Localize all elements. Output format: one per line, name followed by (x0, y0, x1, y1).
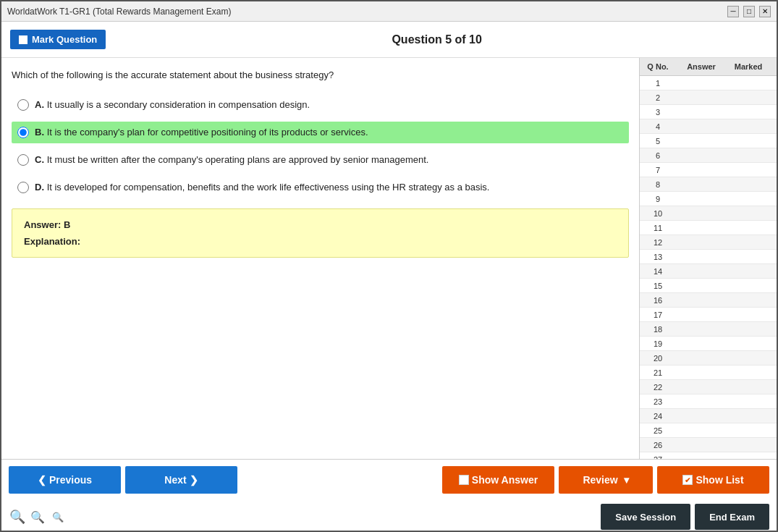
show-answer-button[interactable]: Show Answer (442, 466, 554, 494)
q-answer-cell (676, 343, 727, 345)
q-no-cell: 19 (640, 339, 676, 349)
previous-button[interactable]: Previous (9, 466, 121, 494)
q-no-cell: 10 (640, 208, 676, 219)
q-list-row[interactable]: 5 (640, 134, 777, 148)
q-list-row[interactable]: 24 (640, 409, 777, 423)
q-list-row[interactable]: 27 (640, 452, 777, 459)
q-list-row[interactable]: 2 (640, 90, 777, 105)
option-c-radio[interactable] (17, 154, 29, 166)
zoom-out-button[interactable]: 🔍 (49, 508, 67, 525)
mark-question-button[interactable]: Mark Question (10, 30, 106, 49)
q-list-row[interactable]: 3 (640, 105, 777, 119)
option-a[interactable]: A. It usually is a secondary considerati… (12, 94, 629, 116)
option-d[interactable]: D. It is developed for compensation, ben… (12, 177, 629, 198)
toolbar: Mark Question Question 5 of 10 (1, 22, 777, 58)
q-list-row[interactable]: 14 (640, 264, 777, 279)
q-answer-cell (676, 198, 727, 200)
q-marked-cell (727, 285, 770, 287)
q-no-cell: 3 (640, 107, 676, 117)
q-list-row[interactable]: 16 (640, 293, 777, 308)
q-list-row[interactable]: 7 (640, 163, 777, 177)
q-list-row[interactable]: 21 (640, 366, 777, 380)
title-bar-controls: ─ □ ✕ (727, 6, 771, 17)
q-list-row[interactable]: 11 (640, 221, 777, 235)
end-exam-label: End Exam (709, 512, 755, 523)
q-no-cell: 2 (640, 93, 676, 103)
q-marked-cell (727, 213, 770, 214)
end-exam-button[interactable]: End Exam (695, 504, 769, 530)
q-answer-cell (676, 213, 727, 214)
q-list-row[interactable]: 6 (640, 148, 777, 163)
q-no-cell: 17 (640, 310, 676, 320)
option-c[interactable]: C. It must be written after the company'… (12, 149, 629, 171)
q-list-row[interactable]: 1 (640, 76, 777, 90)
close-button[interactable]: ✕ (759, 6, 771, 17)
q-no-cell: 18 (640, 324, 676, 334)
q-answer-cell (676, 126, 727, 127)
q-marked-cell (727, 184, 770, 185)
content-area: Which of the following is the accurate s… (1, 58, 777, 459)
nav-row: Previous Next Show Answer Review ▾ ✔ Sho… (1, 460, 777, 500)
q-list-row[interactable]: 4 (640, 119, 777, 134)
q-answer-header: Answer (676, 61, 727, 72)
q-no-cell: 11 (640, 223, 676, 233)
q-marked-cell (727, 314, 770, 316)
review-dropdown-icon: ▾ (624, 474, 629, 486)
q-no-cell: 25 (640, 426, 676, 436)
zoom-in-button[interactable]: 🔍 (9, 508, 26, 525)
zoom-normal-button[interactable]: 🔍 (29, 508, 46, 525)
q-marked-cell (727, 169, 770, 171)
option-b[interactable]: B. It is the company's plan for competit… (12, 122, 629, 143)
maximize-button[interactable]: □ (743, 6, 755, 17)
q-list-row[interactable]: 10 (640, 206, 777, 221)
next-button[interactable]: Next (125, 466, 237, 494)
show-list-checkbox-icon: ✔ (682, 475, 693, 485)
review-button[interactable]: Review ▾ (559, 466, 653, 494)
q-answer-cell (676, 387, 727, 388)
q-answer-cell (676, 111, 727, 113)
q-no-cell: 15 (640, 281, 676, 291)
q-answer-cell (676, 300, 727, 301)
q-list-row[interactable]: 19 (640, 337, 777, 351)
q-list-row[interactable]: 15 (640, 279, 777, 293)
title-bar: WorldatWork T1-GR1 (Total Rewards Manage… (1, 1, 777, 22)
arrow-right-icon (190, 474, 198, 486)
option-a-text: A. It usually is a secondary considerati… (35, 98, 310, 111)
next-label: Next (164, 474, 186, 486)
q-marked-cell (727, 387, 770, 388)
save-session-button[interactable]: Save Session (601, 504, 690, 530)
q-list-row[interactable]: 26 (640, 438, 777, 452)
q-no-cell: 22 (640, 382, 676, 392)
minimize-button[interactable]: ─ (727, 6, 739, 17)
q-list-row[interactable]: 17 (640, 308, 777, 322)
mark-question-label: Mark Question (32, 34, 97, 45)
q-answer-cell (676, 256, 727, 258)
q-no-cell: 23 (640, 397, 676, 407)
q-answer-cell (676, 184, 727, 185)
q-list-row[interactable]: 25 (640, 423, 777, 438)
q-list-row[interactable]: 22 (640, 380, 777, 394)
option-b-radio[interactable] (17, 127, 29, 138)
q-list-row[interactable]: 18 (640, 322, 777, 337)
arrow-left-icon (38, 474, 46, 486)
q-marked-cell (727, 242, 770, 243)
q-list-row[interactable]: 9 (640, 192, 777, 206)
left-panel: Which of the following is the accurate s… (1, 58, 639, 459)
action-row: 🔍 🔍 🔍 Save Session End Exam (1, 500, 777, 532)
show-list-button[interactable]: ✔ Show List (657, 466, 769, 494)
q-answer-cell (676, 169, 727, 171)
q-answer-cell (676, 83, 727, 84)
q-list-row[interactable]: 20 (640, 351, 777, 366)
q-list-row[interactable]: 23 (640, 394, 777, 409)
q-no-header: Q No. (640, 61, 676, 72)
answer-label: Answer: B (24, 219, 617, 230)
q-list-row[interactable]: 12 (640, 235, 777, 250)
option-a-radio[interactable] (17, 99, 29, 111)
q-answer-cell (676, 401, 727, 402)
q-answer-cell (676, 140, 727, 142)
option-d-radio[interactable] (17, 182, 29, 193)
q-no-cell: 9 (640, 194, 676, 204)
q-list-row[interactable]: 8 (640, 177, 777, 192)
q-list-row[interactable]: 13 (640, 250, 777, 264)
show-answer-label: Show Answer (472, 474, 538, 486)
